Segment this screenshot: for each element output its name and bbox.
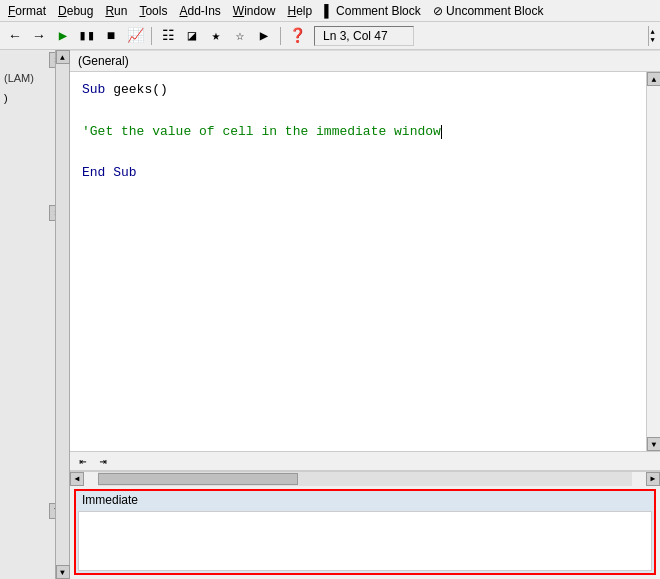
code-scrollbar[interactable]: ▲ ▼ xyxy=(646,72,660,451)
toolbar-pause[interactable]: ▮▮ xyxy=(76,25,98,47)
status-info: Ln 3, Col 47 xyxy=(314,26,414,46)
right-content: (General) Sub geeks() 'Get the value of … xyxy=(70,50,660,579)
toolbar-stop[interactable]: ■ xyxy=(100,25,122,47)
toolbar-play[interactable]: ▶ xyxy=(52,25,74,47)
immediate-content[interactable] xyxy=(78,511,652,571)
code-content: Sub geeks() 'Get the value of cell in th… xyxy=(70,72,660,192)
toolbar-cursor[interactable]: ▶ xyxy=(253,25,275,47)
bottom-toolbar: ⇤ ⇥ xyxy=(70,451,660,471)
toolbar-sep2 xyxy=(280,27,281,45)
left-scrollbar[interactable]: ▲ ▼ xyxy=(55,50,69,579)
left-scroll-down[interactable]: ▼ xyxy=(56,565,70,579)
toolbar-question[interactable]: ❓ xyxy=(286,25,308,47)
left-panel: ✕ (LAM) ) ✕ ▼ ▲ ▼ xyxy=(0,50,70,579)
toolbar-star2[interactable]: ☆ xyxy=(229,25,251,47)
menu-format[interactable]: Format xyxy=(2,2,52,20)
h-scroll-track[interactable] xyxy=(98,472,632,486)
h-scrollbar[interactable]: ◀ ▶ xyxy=(70,471,660,485)
menu-help[interactable]: Help xyxy=(282,2,319,20)
menu-addins[interactable]: Add-Ins xyxy=(173,2,226,20)
menu-tools[interactable]: Tools xyxy=(133,2,173,20)
code-line5: End Sub xyxy=(82,163,648,184)
toolbar-star[interactable]: ★ xyxy=(205,25,227,47)
code-header: (General) xyxy=(70,50,660,72)
menu-uncomment-block[interactable]: ⊘ Uncomment Block xyxy=(427,2,550,20)
h-scroll-right[interactable]: ▶ xyxy=(646,472,660,486)
immediate-window: Immediate xyxy=(74,489,656,575)
code-line4 xyxy=(82,142,648,163)
toolbar-table[interactable]: ◪ xyxy=(181,25,203,47)
menu-comment-block[interactable]: ▌ Comment Block xyxy=(318,2,427,20)
indent-right-btn[interactable]: ⇥ xyxy=(94,453,112,469)
h-scroll-thumb[interactable] xyxy=(98,473,298,485)
left-scroll-up[interactable]: ▲ xyxy=(56,50,70,64)
main-layout: ✕ (LAM) ) ✕ ▼ ▲ ▼ (General) Sub geeks() xyxy=(0,50,660,579)
menu-bar: Format Debug Run Tools Add-Ins Window He… xyxy=(0,0,660,22)
indent-left-btn[interactable]: ⇤ xyxy=(74,453,92,469)
h-scroll-left[interactable]: ◀ xyxy=(70,472,84,486)
toolbar-collapse[interactable]: ▲ ▼ xyxy=(648,26,656,46)
toolbar-forward[interactable]: → xyxy=(28,25,50,47)
toolbar-grid[interactable]: ☷ xyxy=(157,25,179,47)
toolbar-chart[interactable]: 📈 xyxy=(124,25,146,47)
code-scroll-down[interactable]: ▼ xyxy=(647,437,660,451)
code-editor[interactable]: Sub geeks() 'Get the value of cell in th… xyxy=(70,72,660,451)
code-line2 xyxy=(82,101,648,122)
immediate-header: Immediate xyxy=(76,491,654,509)
immediate-title: Immediate xyxy=(82,493,138,507)
code-scroll-up[interactable]: ▲ xyxy=(647,72,660,86)
toolbar-back[interactable]: ← xyxy=(4,25,26,47)
menu-window[interactable]: Window xyxy=(227,2,282,20)
code-header-text: (General) xyxy=(78,54,129,68)
toolbar-sep1 xyxy=(151,27,152,45)
menu-run[interactable]: Run xyxy=(99,2,133,20)
code-line1: Sub geeks() xyxy=(82,80,648,101)
code-line3: 'Get the value of cell in the immediate … xyxy=(82,122,648,143)
toolbar: ← → ▶ ▮▮ ■ 📈 ☷ ◪ ★ ☆ ▶ ❓ Ln 3, Col 47 ▲ … xyxy=(0,22,660,50)
menu-debug[interactable]: Debug xyxy=(52,2,99,20)
